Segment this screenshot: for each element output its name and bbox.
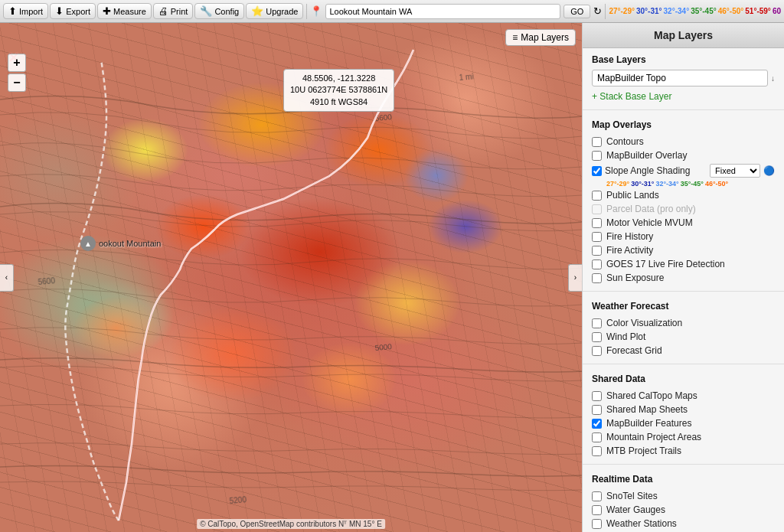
fire-history-label: Fire History bbox=[606, 231, 775, 242]
temperature-bar: 27°-29° 30°-31° 32°-34° 35°-45° 46°-50° … bbox=[609, 7, 781, 15]
main-layout: 5600 5600 5000 5200 1 mi ✕ + − ≡ Map Lay… bbox=[0, 23, 784, 532]
layer-forecast-grid: Forecast Grid bbox=[592, 344, 775, 357]
sun-exposure-label: Sun Exposure bbox=[606, 273, 775, 283]
summit-icon: ▲ bbox=[80, 236, 96, 251]
layer-contours: Contours bbox=[592, 135, 775, 149]
go-button[interactable]: GO bbox=[564, 5, 590, 18]
mapbuilder-overlay-label: MapBuilder Overlay bbox=[606, 150, 775, 161]
export-label: Export bbox=[66, 7, 90, 16]
water-gauges-label: Water Gauges bbox=[606, 504, 775, 515]
mtb-trails-checkbox[interactable] bbox=[592, 446, 602, 456]
weather-forecast-section: Weather Forecast Color Visualization Win… bbox=[583, 295, 784, 361]
snotel-checkbox[interactable] bbox=[592, 491, 602, 501]
layer-mapbuilder-features: MapBuilder Features bbox=[592, 416, 775, 430]
slope-color-blue-dark: 30°-31° bbox=[631, 180, 654, 188]
separator-2 bbox=[605, 4, 606, 19]
mountain-project-checkbox[interactable] bbox=[592, 432, 602, 442]
parcel-data-checkbox[interactable] bbox=[592, 204, 602, 214]
summit-label: ookout Mountain bbox=[99, 239, 161, 248]
config-label: Config bbox=[214, 7, 239, 16]
location-icon: 📍 bbox=[310, 5, 322, 17]
temp-range-1: 27°-29° bbox=[609, 7, 635, 15]
mtb-trails-label: MTB Project Trails bbox=[606, 446, 775, 456]
goes17-label: GOES 17 Live Fire Detection bbox=[606, 259, 775, 269]
slope-color-orange: 27°-29° bbox=[606, 180, 629, 188]
layer-mtb-trails: MTB Project Trails bbox=[592, 444, 775, 458]
config-button[interactable]: 🔧 Config bbox=[194, 3, 244, 19]
layer-color-viz: Color Visualization bbox=[592, 316, 775, 330]
slope-mode-select[interactable]: Fixed Relative bbox=[710, 164, 760, 178]
layer-mountain-project: Mountain Project Areas bbox=[592, 430, 775, 444]
layer-goes17: GOES 17 Live Fire Detection bbox=[592, 257, 775, 271]
zoom-out-button[interactable]: − bbox=[8, 73, 26, 92]
layer-snotel: SnoTel Sites bbox=[592, 489, 775, 503]
wind-plot-checkbox[interactable] bbox=[592, 332, 602, 342]
forecast-grid-checkbox[interactable] bbox=[592, 346, 602, 356]
goes17-checkbox[interactable] bbox=[592, 259, 602, 269]
parcel-data-label: Parcel Data (pro only) bbox=[606, 204, 775, 214]
map-overlays-section: Map Overlays Contours MapBuilder Overlay… bbox=[583, 113, 784, 288]
layer-parcel-data: Parcel Data (pro only) bbox=[592, 202, 775, 216]
slope-colors-bar: 27°-29° 30°-31° 32°-34° 35°-45° 46°-50° bbox=[606, 180, 775, 188]
divider-2 bbox=[583, 291, 784, 292]
map-container[interactable]: 5600 5600 5000 5200 1 mi ✕ + − ≡ Map Lay… bbox=[0, 23, 582, 532]
map-overlays-title: Map Overlays bbox=[592, 119, 775, 130]
contours-label: Contours bbox=[606, 136, 775, 147]
import-button[interactable]: ⬆ Import bbox=[3, 3, 48, 19]
weather-stations-checkbox[interactable] bbox=[592, 519, 602, 529]
zoom-in-button[interactable]: + bbox=[8, 54, 26, 72]
nav-left-button[interactable]: ‹ bbox=[0, 264, 14, 292]
layer-sun-exposure: Sun Exposure bbox=[592, 271, 775, 285]
water-gauges-checkbox[interactable] bbox=[592, 505, 602, 515]
contours-checkbox[interactable] bbox=[592, 137, 602, 147]
location-input[interactable] bbox=[325, 4, 560, 19]
snotel-label: SnoTel Sites bbox=[606, 491, 775, 501]
print-icon: 🖨 bbox=[158, 5, 168, 17]
zoom-controls: + − bbox=[8, 54, 26, 92]
fire-activity-checkbox[interactable] bbox=[592, 246, 602, 256]
layer-shared-caltopo: Shared CalTopo Maps bbox=[592, 389, 775, 403]
upgrade-button[interactable]: ⭐ Upgrade bbox=[246, 3, 303, 19]
slope-dropdown-icon: 🔵 bbox=[763, 165, 775, 176]
color-viz-checkbox[interactable] bbox=[592, 318, 602, 328]
mapbuilder-features-label: MapBuilder Features bbox=[606, 418, 775, 429]
config-icon: 🔧 bbox=[200, 5, 212, 17]
mountain-project-label: Mountain Project Areas bbox=[606, 432, 775, 442]
base-layer-select-row: MapBuilder Topo ↓ bbox=[592, 70, 775, 86]
dropdown-arrow-icon: ↓ bbox=[771, 74, 775, 83]
refresh-icon[interactable]: ↻ bbox=[593, 5, 602, 17]
slope-color-orange2: 46°-50° bbox=[705, 180, 728, 188]
print-button[interactable]: 🖨 Print bbox=[153, 3, 194, 19]
print-label: Print bbox=[171, 7, 188, 16]
temp-range-2: 30°-31° bbox=[636, 7, 662, 15]
upgrade-icon: ⭐ bbox=[251, 5, 263, 17]
fire-history-checkbox[interactable] bbox=[592, 232, 602, 242]
stack-base-link[interactable]: Stack Base Layer bbox=[592, 90, 775, 103]
layer-public-lands: Public Lands bbox=[592, 188, 775, 202]
measure-button[interactable]: ✚ Measure bbox=[97, 3, 152, 19]
color-viz-label: Color Visualization bbox=[606, 318, 775, 328]
temp-range-5: 46°-50° bbox=[718, 7, 744, 15]
measure-label: Measure bbox=[113, 7, 146, 16]
mapbuilder-overlay-checkbox[interactable] bbox=[592, 151, 602, 161]
sun-exposure-checkbox[interactable] bbox=[592, 273, 602, 283]
separator-1 bbox=[306, 4, 307, 19]
layer-weather-stations: Weather Stations bbox=[592, 517, 775, 530]
base-layer-dropdown[interactable]: MapBuilder Topo bbox=[592, 70, 768, 86]
slope-angle-checkbox[interactable] bbox=[592, 166, 602, 176]
shared-map-sheets-checkbox[interactable] bbox=[592, 405, 602, 415]
shared-caltopo-checkbox[interactable] bbox=[592, 391, 602, 401]
temp-range-4: 35°-45° bbox=[691, 7, 717, 15]
nav-right-button[interactable]: › bbox=[568, 264, 582, 292]
public-lands-checkbox[interactable] bbox=[592, 191, 602, 201]
toolbar: ⬆ Import ⬇ Export ✚ Measure 🖨 Print 🔧 Co… bbox=[0, 0, 784, 23]
panel-header: Map Layers bbox=[583, 23, 784, 48]
export-button[interactable]: ⬇ Export bbox=[50, 3, 96, 19]
divider-1 bbox=[583, 109, 784, 110]
map-layers-map-button[interactable]: ≡ Map Layers bbox=[505, 29, 576, 46]
motor-vehicle-checkbox[interactable] bbox=[592, 218, 602, 228]
realtime-title: Realtime Data bbox=[592, 474, 775, 485]
shared-data-title: Shared Data bbox=[592, 374, 775, 384]
mapbuilder-features-checkbox[interactable] bbox=[592, 419, 602, 429]
base-layers-title: Base Layers bbox=[592, 54, 775, 65]
